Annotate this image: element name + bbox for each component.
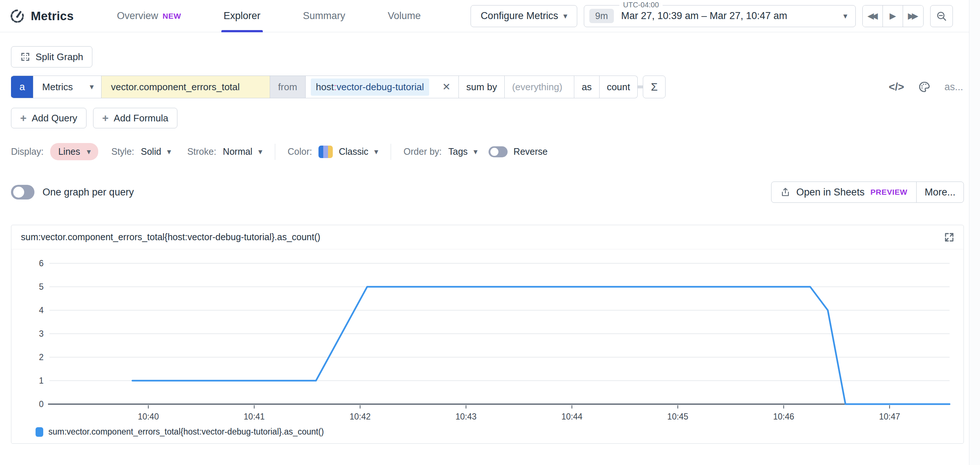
chevron-down-icon: ▾ xyxy=(90,83,94,91)
color-palette-swatch[interactable] xyxy=(318,146,333,158)
svg-text:0: 0 xyxy=(39,399,44,409)
from-label: from xyxy=(270,76,305,98)
order-by-select[interactable]: Tags ▾ xyxy=(448,147,477,157)
chevron-down-icon: ▾ xyxy=(474,148,477,156)
svg-text:10:42: 10:42 xyxy=(350,412,371,421)
one-graph-per-query-toggle[interactable] xyxy=(11,185,35,199)
display-type-select[interactable]: Lines ▾ xyxy=(50,143,98,160)
gauge-icon xyxy=(10,8,25,24)
rewind-icon: ◀◀ xyxy=(867,11,875,21)
sum-by-label: sum by xyxy=(459,76,505,98)
header-right-controls: Configure Metrics ▾ UTC-04:00 9m Mar 27,… xyxy=(471,5,953,27)
chart-plot-area[interactable]: 012345610:4010:4110:4210:4310:4410:4510:… xyxy=(11,249,964,425)
sigma-function-button[interactable]: Σ xyxy=(643,76,665,98)
style-label: Style: xyxy=(111,147,135,157)
chart-card: sum:vector.component_errors_total{host:v… xyxy=(11,225,964,444)
palette-icon[interactable] xyxy=(918,81,931,93)
line-chart[interactable]: 012345610:4010:4110:4210:4310:4410:4510:… xyxy=(13,251,958,423)
as-options-button[interactable]: as... xyxy=(945,81,963,93)
color-select[interactable]: Classic ▾ xyxy=(339,147,378,157)
play-button[interactable]: ▶ xyxy=(883,5,903,27)
tab-summary[interactable]: Summary xyxy=(303,0,345,32)
fast-forward-icon: ▶▶ xyxy=(908,11,915,21)
shift-back-button[interactable]: ◀◀ xyxy=(863,5,883,27)
configure-metrics-button[interactable]: Configure Metrics ▾ xyxy=(471,5,577,27)
more-button[interactable]: More... xyxy=(916,182,964,203)
chart-title: sum:vector.component_errors_total{host:v… xyxy=(21,232,320,242)
new-badge: NEW xyxy=(162,12,181,21)
svg-text:10:46: 10:46 xyxy=(773,412,795,421)
style-select[interactable]: Solid ▾ xyxy=(141,147,171,157)
filter-tag-chip[interactable]: host:vector-debug-tutorial xyxy=(311,78,429,96)
top-header: Metrics Overview NEW Explorer Summary Vo… xyxy=(0,0,969,32)
metrics-logo: Metrics xyxy=(10,8,74,24)
stroke-label: Stroke: xyxy=(187,147,216,157)
query-source-select[interactable]: Metrics ▾ xyxy=(33,76,102,98)
page-title: Metrics xyxy=(31,9,74,23)
open-in-sheets-button[interactable]: Open in Sheets PREVIEW xyxy=(771,182,916,203)
display-label: Display: xyxy=(11,147,44,157)
query-letter-badge: a xyxy=(11,76,33,98)
metric-name-input[interactable]: vector.component_errors_total xyxy=(102,76,270,98)
chart-legend[interactable]: sum:vector.component_errors_total{host:v… xyxy=(11,425,964,443)
duration-badge: 9m xyxy=(589,9,614,23)
svg-text:10:43: 10:43 xyxy=(455,412,477,421)
code-view-icon[interactable]: </> xyxy=(889,81,904,93)
active-tab-underline xyxy=(221,30,263,32)
zoom-out-icon xyxy=(936,11,947,22)
query-editor: a Metrics ▾ vector.component_errors_tota… xyxy=(11,76,665,98)
shift-forward-button[interactable]: ▶▶ xyxy=(903,5,923,27)
one-graph-per-query-label: One graph per query xyxy=(43,187,134,198)
chevron-down-icon: ▾ xyxy=(258,148,262,156)
svg-text:10:40: 10:40 xyxy=(138,412,159,421)
main-nav: Overview NEW Explorer Summary Volume xyxy=(117,0,463,32)
color-label: Color: xyxy=(288,147,312,157)
tab-explorer[interactable]: Explorer xyxy=(224,0,261,32)
svg-text:4: 4 xyxy=(39,306,44,315)
plus-icon: + xyxy=(102,112,109,124)
divider xyxy=(391,144,391,160)
chevron-down-icon: ▾ xyxy=(843,12,847,20)
svg-text:10:45: 10:45 xyxy=(667,412,689,421)
main-content: Split Graph a Metrics ▾ vector.component… xyxy=(0,46,980,444)
add-query-button[interactable]: + Add Query xyxy=(11,108,86,128)
time-range-picker[interactable]: UTC-04:00 9m Mar 27, 10:39 am – Mar 27, … xyxy=(584,5,856,27)
legend-color-swatch xyxy=(35,427,43,437)
query-side-actions: </> as... xyxy=(889,81,964,93)
play-icon: ▶ xyxy=(889,11,896,21)
svg-text:10:47: 10:47 xyxy=(879,412,900,421)
group-by-input[interactable]: (everything) xyxy=(505,76,574,98)
order-by-label: Order by: xyxy=(404,147,442,157)
svg-text:1: 1 xyxy=(39,376,44,385)
as-label: as xyxy=(574,76,599,98)
aggregator-select[interactable]: count xyxy=(600,76,638,98)
legend-label: sum:vector.component_errors_total{host:v… xyxy=(48,427,324,437)
add-formula-button[interactable]: + Add Formula xyxy=(93,108,177,128)
graph-controls-row: One graph per query Open in Sheets PREVI… xyxy=(11,182,964,203)
reverse-toggle[interactable] xyxy=(488,147,508,157)
preview-badge: PREVIEW xyxy=(870,188,907,197)
split-grid-icon xyxy=(20,52,30,62)
export-icon xyxy=(780,187,791,197)
zoom-out-button[interactable] xyxy=(930,5,953,27)
tab-volume[interactable]: Volume xyxy=(388,0,421,32)
expand-icon[interactable] xyxy=(944,232,955,243)
filter-input[interactable]: host:vector-debug-tutorial ✕ xyxy=(305,76,459,98)
split-graph-button[interactable]: Split Graph xyxy=(11,46,92,67)
display-options-bar: Display: Lines ▾ Style: Solid ▾ Stroke: … xyxy=(11,143,964,160)
svg-text:6: 6 xyxy=(39,258,44,268)
close-icon[interactable]: ✕ xyxy=(442,81,451,93)
stroke-select[interactable]: Normal ▾ xyxy=(223,147,262,157)
metrics-explorer-page: Metrics Overview NEW Explorer Summary Vo… xyxy=(0,0,980,465)
svg-text:10:44: 10:44 xyxy=(562,412,583,421)
vertical-scrollbar[interactable] xyxy=(969,0,980,465)
chevron-down-icon: ▾ xyxy=(167,148,171,156)
time-range-value: Mar 27, 10:39 am – Mar 27, 10:47 am xyxy=(621,10,787,22)
plus-icon: + xyxy=(20,112,27,124)
chevron-down-icon: ▾ xyxy=(563,12,567,20)
time-shift-controls: ◀◀ ▶ ▶▶ xyxy=(862,5,924,27)
svg-text:10:41: 10:41 xyxy=(244,412,265,421)
tab-overview[interactable]: Overview NEW xyxy=(117,0,181,32)
timezone-label: UTC-04:00 xyxy=(619,1,663,9)
chevron-down-icon: ▾ xyxy=(374,148,378,156)
